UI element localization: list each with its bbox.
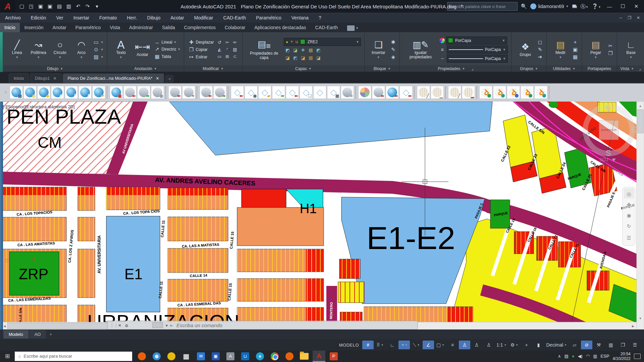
map-colors-icon[interactable] bbox=[358, 86, 371, 99]
navigation-bar[interactable]: ◎ ✥ ◉ ↻ ☰ bbox=[623, 187, 635, 246]
wifi-icon[interactable]: ◠ bbox=[586, 354, 590, 359]
antivirus-icon[interactable]: ● bbox=[572, 354, 575, 359]
color-dropdown[interactable]: PorCapa▼ bbox=[446, 37, 507, 45]
grid-xml-export-icon[interactable]: ◇➡ bbox=[272, 86, 285, 99]
globe-search-icon[interactable]: ◎ bbox=[51, 86, 64, 99]
profile-grid2-icon[interactable]: ╱ bbox=[448, 86, 461, 99]
snap-mode-icon[interactable]: ⠿▼ bbox=[374, 341, 386, 349]
document-restore-button[interactable]: ❐ bbox=[626, 15, 633, 20]
menu-item-formato[interactable]: Formato bbox=[94, 15, 122, 20]
taskbar-search-input[interactable]: ○ Escribe aquí para buscar bbox=[15, 352, 132, 361]
layout-tab-modelo[interactable]: Modelo bbox=[3, 330, 29, 339]
annotation-visibility-icon[interactable]: ♙ bbox=[459, 341, 470, 349]
layer-tool-icon[interactable]: ◪ bbox=[315, 55, 322, 61]
menu-item-cadearth[interactable]: CAD-Earth bbox=[218, 15, 251, 20]
profile-grid-icon[interactable]: ╱ bbox=[417, 86, 430, 99]
yellow-app-icon[interactable] bbox=[165, 351, 178, 362]
tool-crculo[interactable]: ○Círculo▼ bbox=[50, 39, 70, 60]
device-icon[interactable]: ▤ bbox=[564, 354, 568, 359]
modify-tool-icon-7[interactable]: ⊞ bbox=[224, 53, 231, 60]
autoscale-icon[interactable]: ♙ bbox=[471, 341, 482, 349]
tool-tabla[interactable]: ▦Tabla bbox=[154, 54, 181, 60]
map-svg[interactable]: PEN PLAZACMAV UNIVERSITARIAAV. ANDRES AV… bbox=[0, 102, 644, 329]
graphics-performance-icon[interactable]: ⚒ bbox=[593, 341, 604, 349]
menu-item-archivo[interactable]: Archivo bbox=[0, 15, 26, 20]
lineweight-dropdown[interactable]: PorCapa▼ bbox=[447, 46, 508, 54]
globe-upload-icon[interactable]: ⇧ bbox=[78, 86, 92, 99]
tool-estirar[interactable]: ↦Estirar bbox=[188, 54, 214, 60]
block-tool-icon-0[interactable]: ✱ bbox=[390, 39, 396, 45]
quick-properties-icon[interactable]: ▱ bbox=[569, 341, 580, 349]
add-layout-button[interactable]: + bbox=[47, 331, 55, 338]
key-help-icon[interactable]: P bbox=[507, 86, 520, 99]
block-tool-icon-2[interactable]: ◈ bbox=[390, 54, 396, 60]
ribbon-tab-colaborar[interactable]: Colaborar bbox=[220, 23, 250, 32]
isolate-objects-icon[interactable]: ⊘ bbox=[581, 341, 592, 349]
insertar-button[interactable]: ❑Insertar▼ bbox=[369, 39, 388, 60]
polar-tracking-icon[interactable]: ◔▼ bbox=[398, 341, 410, 349]
volume-icon[interactable]: ◀) bbox=[578, 354, 583, 359]
ribbon-tab-administrar[interactable]: Administrar bbox=[125, 23, 157, 32]
globe-export-icon[interactable]: ⬅ bbox=[168, 86, 181, 99]
layer-dropdown[interactable]: ● ☀ ⊔ ZRE2 ▼ bbox=[284, 38, 361, 46]
grid-folder-icon[interactable]: ◇▰ bbox=[258, 86, 271, 99]
tray-expand-icon[interactable]: ∧ bbox=[558, 354, 561, 359]
key-activate-icon[interactable]: P bbox=[493, 86, 506, 99]
tool-arco[interactable]: ◠Arco▼ bbox=[72, 39, 91, 60]
document-minimize-button[interactable]: ─ bbox=[617, 15, 625, 20]
new-drawing-tab-button[interactable]: + bbox=[165, 75, 174, 83]
grid-add-icon[interactable]: ◇⬅ bbox=[399, 86, 413, 99]
grid-xml-import-icon[interactable]: ◇⬅ bbox=[286, 86, 299, 99]
modify-tool-icon-4[interactable]: ◜ bbox=[224, 46, 231, 53]
user-menu-caret-icon[interactable]: ▼ bbox=[566, 5, 569, 8]
autocad-icon[interactable]: A bbox=[313, 351, 325, 362]
modify-tool-icon-1[interactable]: ✂ bbox=[224, 39, 231, 46]
globe-document-icon[interactable]: ▤ bbox=[10, 86, 23, 99]
username[interactable]: lidamoran69 bbox=[538, 4, 564, 9]
menu-item-edicin[interactable]: Edición bbox=[26, 15, 51, 20]
draw-extra-0[interactable]: ▭▼ bbox=[93, 39, 104, 45]
clipboard-tool-icon-1[interactable]: ❐ bbox=[607, 50, 613, 56]
file-tab[interactable]: Plano De Zonificaci...na Modificado-PIUR… bbox=[63, 73, 164, 83]
fullscreen-icon[interactable]: ❒ bbox=[617, 341, 629, 349]
search-icon[interactable]: 🔍 bbox=[521, 3, 527, 9]
globe-download-icon[interactable]: ⇩ bbox=[65, 86, 78, 99]
modify-tool-icon-8[interactable]: ⊂ bbox=[231, 53, 239, 60]
ribbon-tab-anotar[interactable]: Anotar bbox=[48, 23, 71, 32]
object-snap-icon[interactable]: ▢▼ bbox=[435, 341, 446, 349]
chrome-icon[interactable] bbox=[268, 351, 281, 362]
key-unlock-icon[interactable]: P bbox=[479, 86, 492, 99]
grid-import-icon[interactable]: ◇⬅ bbox=[231, 86, 244, 99]
open-file-icon[interactable]: ◳ bbox=[27, 2, 36, 11]
isometric-drafting-icon[interactable]: ⟍▼ bbox=[411, 341, 422, 349]
file-tab[interactable]: Dibujo1✕ bbox=[30, 73, 61, 83]
globe-map-pin-icon[interactable]: ▣ bbox=[110, 86, 123, 99]
maximize-button[interactable]: ☐ bbox=[618, 3, 628, 9]
command-bar[interactable]: ⋮⋮ ✕ ⚙ ▼ ✏ Escriba un comando bbox=[107, 321, 418, 329]
grid-image-icon[interactable]: ◇▦ bbox=[327, 86, 340, 99]
clipboard-tool-icon-0[interactable]: ✂ bbox=[607, 43, 613, 49]
toolbar-grip[interactable]: ⣿ bbox=[5, 86, 7, 99]
utility-tool-icon-1[interactable]: ▣ bbox=[572, 47, 578, 53]
close-button[interactable]: ✕ bbox=[631, 3, 641, 9]
earth-app-icon[interactable]: ◍ bbox=[150, 351, 163, 362]
start-button[interactable]: ⊞ bbox=[0, 353, 15, 360]
ribbon-overflow[interactable]: ▼ bbox=[344, 24, 361, 32]
modify-tool-icon-0[interactable]: ↺ bbox=[216, 39, 223, 46]
layer-tool-icon[interactable]: ◪ bbox=[291, 47, 299, 54]
clean-screen-icon[interactable]: ▥ bbox=[605, 341, 616, 349]
globe-edit-icon[interactable]: ✏ bbox=[92, 86, 105, 99]
menu-item-dibujo[interactable]: Dibujo bbox=[142, 15, 166, 20]
language-indicator[interactable]: ESP bbox=[601, 354, 609, 359]
vertical-scrollbar[interactable]: ▲ ▼ bbox=[637, 102, 644, 329]
document-close-button[interactable]: ✕ bbox=[635, 15, 642, 20]
model-space-label[interactable]: MODELO bbox=[339, 343, 359, 348]
object-snap-tracking-icon[interactable]: ∠ bbox=[423, 341, 434, 349]
group-tool-icon-1[interactable]: ✎ bbox=[537, 47, 543, 53]
globe-pins-icon[interactable]: ◆ bbox=[37, 86, 50, 99]
app-a-icon[interactable]: A bbox=[224, 351, 237, 362]
globe-add-icon[interactable]: ⬅ bbox=[386, 86, 399, 99]
layer-tool-icon[interactable]: ◪ bbox=[299, 55, 307, 61]
tool-directriz[interactable]: ↗Directriz▼ bbox=[154, 46, 181, 52]
autocad-logo-icon[interactable]: A bbox=[0, 0, 15, 13]
